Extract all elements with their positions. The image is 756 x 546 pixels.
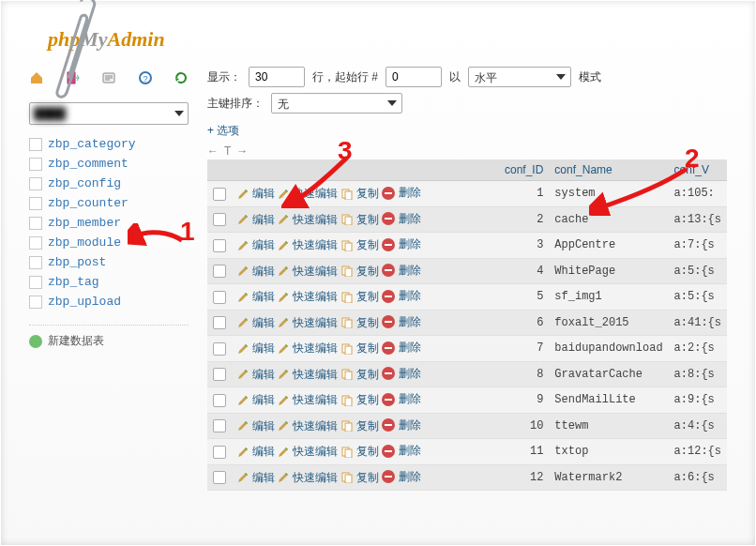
delete-link[interactable]: 删除 xyxy=(382,211,421,227)
table-icon xyxy=(29,296,42,309)
delete-link[interactable]: 删除 xyxy=(382,236,421,252)
inline-edit-link[interactable]: 快速编辑 xyxy=(278,212,338,228)
main-panel: 显示： 行，起始行 # 以 水平 模式 主键排序： 无 + 选项 xyxy=(207,67,727,491)
table-link[interactable]: zbp_category xyxy=(48,137,136,151)
copy-link[interactable]: 复制 xyxy=(341,418,379,434)
sidebar-table-item[interactable]: zbp_counter xyxy=(29,193,189,213)
prev-icon[interactable]: ← xyxy=(207,144,219,158)
next-icon[interactable]: → xyxy=(236,144,248,158)
pk-sort-select[interactable]: 无 xyxy=(271,93,402,114)
edit-link[interactable]: 编辑 xyxy=(237,392,275,408)
copy-link[interactable]: 复制 xyxy=(341,444,379,460)
edit-link[interactable]: 编辑 xyxy=(237,186,275,202)
inline-edit-link[interactable]: 快速编辑 xyxy=(278,315,338,331)
delete-link[interactable]: 删除 xyxy=(382,366,421,382)
row-checkbox[interactable] xyxy=(213,342,226,356)
table-row: 编辑 快速编辑 复制 删除9SendMailLitea:9:{s xyxy=(207,387,727,414)
edit-link[interactable]: 编辑 xyxy=(237,341,275,356)
delete-link[interactable]: 删除 xyxy=(382,417,421,433)
row-checkbox[interactable] xyxy=(213,291,226,304)
row-checkbox[interactable] xyxy=(213,239,226,252)
inline-edit-link[interactable]: 快速编辑 xyxy=(278,392,338,408)
inline-edit-link[interactable]: 快速编辑 xyxy=(278,237,338,253)
copy-link[interactable]: 复制 xyxy=(341,264,379,280)
delete-link[interactable]: 删除 xyxy=(382,469,421,485)
edit-link[interactable]: 编辑 xyxy=(237,289,275,305)
copy-link[interactable]: 复制 xyxy=(341,341,379,356)
row-checkbox[interactable] xyxy=(213,419,226,432)
mode-with-label: 以 xyxy=(449,69,461,85)
row-checkbox[interactable] xyxy=(213,471,226,484)
refresh-icon[interactable] xyxy=(174,70,189,85)
edit-link[interactable]: 编辑 xyxy=(237,315,275,331)
edit-link[interactable]: 编辑 xyxy=(237,264,275,280)
table-link[interactable]: zbp_config xyxy=(48,176,121,190)
docs-icon[interactable]: ? xyxy=(138,70,153,85)
edit-link[interactable]: 编辑 xyxy=(237,444,275,460)
copy-link[interactable]: 复制 xyxy=(341,367,379,383)
table-link[interactable]: zbp_member xyxy=(48,216,121,230)
table-icon xyxy=(29,217,42,230)
annotation-1: 1 xyxy=(180,219,195,245)
rows-count-input[interactable] xyxy=(249,67,305,87)
display-mode-select[interactable]: 水平 xyxy=(468,67,571,87)
col-conf-id[interactable]: conf_ID xyxy=(493,159,549,181)
row-checkbox[interactable] xyxy=(213,213,226,226)
edit-link[interactable]: 编辑 xyxy=(237,237,275,253)
edit-link[interactable]: 编辑 xyxy=(237,470,275,486)
row-checkbox[interactable] xyxy=(213,265,226,278)
table-link[interactable]: zbp_upload xyxy=(48,295,121,309)
table-link[interactable]: zbp_module xyxy=(48,235,121,250)
delete-link[interactable]: 删除 xyxy=(382,263,421,279)
row-checkbox[interactable] xyxy=(213,394,226,407)
copy-link[interactable]: 复制 xyxy=(341,289,379,305)
new-table-button[interactable]: 新建数据表 xyxy=(29,325,189,349)
sidebar-table-item[interactable]: zbp_config xyxy=(29,174,189,193)
sort-toggle[interactable]: T xyxy=(224,144,231,158)
cell-conf-v: a:2:{s xyxy=(669,336,727,362)
cell-conf-v: a:4:{s xyxy=(669,413,727,439)
delete-link[interactable]: 删除 xyxy=(382,340,421,356)
copy-link[interactable]: 复制 xyxy=(341,392,379,408)
row-checkbox[interactable] xyxy=(213,446,226,459)
row-checkbox[interactable] xyxy=(213,368,226,381)
annotation-3: 3 xyxy=(338,138,353,164)
inline-edit-link[interactable]: 快速编辑 xyxy=(278,418,338,434)
copy-link[interactable]: 复制 xyxy=(341,315,379,331)
chevron-down-icon xyxy=(174,111,184,116)
edit-link[interactable]: 编辑 xyxy=(237,212,275,228)
cell-conf-id: 10 xyxy=(493,413,549,439)
inline-edit-link[interactable]: 快速编辑 xyxy=(278,444,338,460)
home-icon[interactable] xyxy=(29,70,44,85)
inline-edit-link[interactable]: 快速编辑 xyxy=(278,264,338,280)
delete-link[interactable]: 删除 xyxy=(382,391,421,407)
delete-link[interactable]: 删除 xyxy=(382,185,421,201)
sql-icon[interactable] xyxy=(101,70,116,85)
sidebar-table-item[interactable]: zbp_tag xyxy=(29,272,189,292)
sidebar-table-item[interactable]: zbp_comment xyxy=(29,154,189,174)
inline-edit-link[interactable]: 快速编辑 xyxy=(278,367,338,383)
edit-link[interactable]: 编辑 xyxy=(237,418,275,434)
minus-icon xyxy=(382,264,395,277)
copy-link[interactable]: 复制 xyxy=(341,212,379,228)
start-row-input[interactable] xyxy=(386,67,442,87)
row-checkbox[interactable] xyxy=(213,188,226,201)
delete-link[interactable]: 删除 xyxy=(382,314,421,330)
options-link[interactable]: + 选项 xyxy=(207,123,727,139)
edit-link[interactable]: 编辑 xyxy=(237,367,275,383)
inline-edit-link[interactable]: 快速编辑 xyxy=(278,289,338,305)
delete-link[interactable]: 删除 xyxy=(382,443,421,459)
table-link[interactable]: zbp_post xyxy=(48,255,106,269)
copy-link[interactable]: 复制 xyxy=(341,237,379,253)
table-link[interactable]: zbp_counter xyxy=(48,196,129,210)
table-link[interactable]: zbp_tag xyxy=(48,275,99,289)
annotation-2: 2 xyxy=(685,145,700,172)
inline-edit-link[interactable]: 快速编辑 xyxy=(278,341,338,356)
row-checkbox[interactable] xyxy=(213,316,226,329)
inline-edit-link[interactable]: 快速编辑 xyxy=(278,470,338,486)
table-link[interactable]: zbp_comment xyxy=(48,157,129,171)
sidebar-table-item[interactable]: zbp_upload xyxy=(29,292,189,311)
delete-link[interactable]: 删除 xyxy=(382,288,421,304)
copy-link[interactable]: 复制 xyxy=(341,470,379,486)
sidebar-table-item[interactable]: zbp_category xyxy=(29,134,189,154)
